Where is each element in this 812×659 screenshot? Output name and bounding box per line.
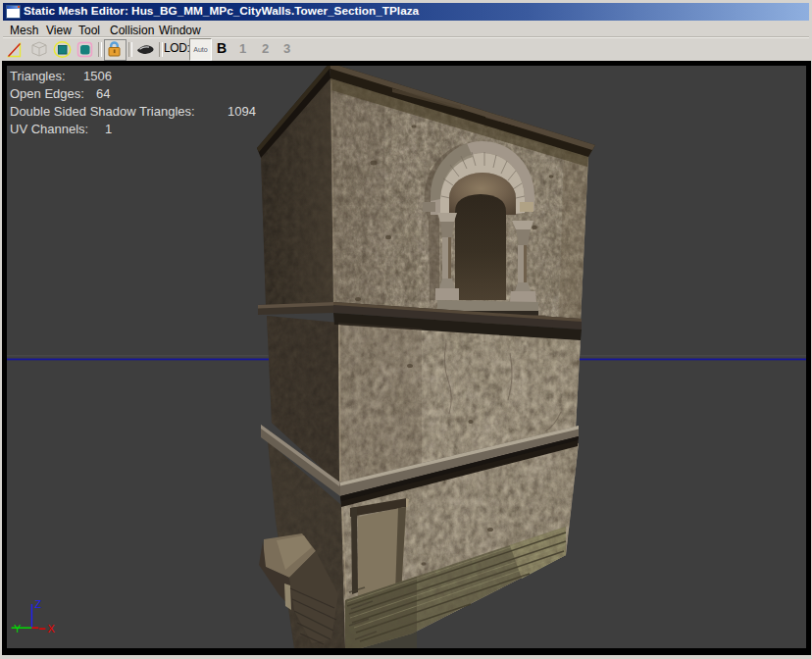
svg-text:X: X <box>48 623 56 634</box>
svg-text:Z: Z <box>35 598 42 610</box>
svg-text:Y: Y <box>14 623 22 634</box>
